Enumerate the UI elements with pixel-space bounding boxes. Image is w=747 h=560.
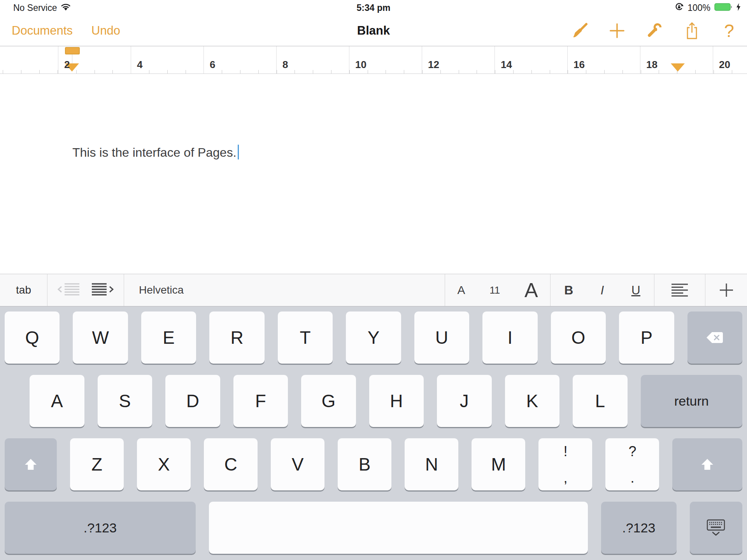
- battery-icon: [714, 3, 732, 13]
- font-size-controls: A 11 A: [445, 274, 550, 306]
- shift-left-key[interactable]: [5, 438, 57, 490]
- right-indent-marker[interactable]: [671, 63, 685, 72]
- ruler-number: 10: [355, 59, 366, 71]
- key-k[interactable]: K: [505, 375, 560, 427]
- key-label: R: [230, 327, 243, 348]
- ruler-number: 16: [573, 59, 585, 71]
- key-label: B: [359, 454, 371, 475]
- key-w[interactable]: W: [73, 312, 128, 364]
- key-l[interactable]: L: [573, 375, 628, 427]
- return-key[interactable]: return: [641, 375, 742, 427]
- ruler-number: 12: [428, 59, 439, 71]
- key-label: C: [224, 454, 237, 475]
- key-label: X: [158, 454, 170, 475]
- key-sub-label: .: [630, 471, 634, 485]
- share-button[interactable]: [683, 21, 700, 40]
- key-t[interactable]: T: [278, 312, 333, 364]
- symbols-key-right[interactable]: .?123: [601, 502, 677, 554]
- pages-app-window: No Service 5:34 pm 100%: [0, 0, 747, 560]
- first-line-indent-marker[interactable]: [65, 47, 80, 54]
- key-v[interactable]: V: [271, 438, 324, 490]
- insert-button[interactable]: [608, 21, 626, 40]
- ruler-major-tick: [640, 46, 640, 74]
- key-p[interactable]: P: [619, 312, 674, 364]
- key-o[interactable]: O: [551, 312, 606, 364]
- key-label: E: [163, 327, 175, 348]
- format-brush-button[interactable]: [571, 21, 588, 40]
- indent-controls: [47, 274, 124, 306]
- key-c[interactable]: C: [204, 438, 258, 490]
- tools-button[interactable]: [646, 21, 663, 40]
- toolbar: Documents Undo Blank: [0, 16, 747, 46]
- key-d[interactable]: D: [165, 375, 220, 427]
- key-label: .?123: [622, 520, 655, 536]
- key-n[interactable]: N: [405, 438, 458, 490]
- key-g[interactable]: G: [301, 375, 356, 427]
- shift-icon: [700, 458, 715, 471]
- decrease-font-size-button[interactable]: A: [457, 284, 465, 297]
- key-u[interactable]: U: [414, 312, 469, 364]
- outdent-button[interactable]: [57, 282, 81, 299]
- help-button[interactable]: ?: [721, 21, 738, 40]
- text-style-controls: B I U: [551, 274, 654, 306]
- key-j[interactable]: J: [437, 375, 492, 427]
- key-h[interactable]: H: [369, 375, 424, 427]
- key-i[interactable]: I: [482, 312, 537, 364]
- key-label: P: [640, 327, 652, 348]
- key-label: G: [321, 390, 335, 411]
- keyboard: QWERTYUIOPASDFGHJKLreturnZXCVBNM!,?..?12…: [0, 306, 747, 560]
- key-question-period[interactable]: ?.: [605, 438, 659, 490]
- increase-font-size-button[interactable]: A: [524, 278, 538, 302]
- document-canvas[interactable]: This is the interface of Pages.: [0, 74, 747, 274]
- key-r[interactable]: R: [209, 312, 264, 364]
- key-x[interactable]: X: [137, 438, 191, 490]
- key-z[interactable]: Z: [70, 438, 124, 490]
- italic-button[interactable]: I: [601, 283, 604, 298]
- key-a[interactable]: A: [30, 375, 84, 427]
- key-m[interactable]: M: [472, 438, 525, 490]
- rotation-lock-icon: [675, 2, 684, 14]
- format-bar: tab Helvetica A 11 A: [0, 274, 747, 306]
- indent-button[interactable]: [90, 282, 114, 299]
- key-label: !: [563, 444, 567, 458]
- ruler-major-tick: [276, 46, 277, 74]
- underline-button[interactable]: U: [631, 283, 640, 298]
- key-label: D: [186, 390, 199, 411]
- indent-icon: [90, 282, 114, 297]
- format-brush-icon: [571, 22, 588, 39]
- status-bar: No Service 5:34 pm 100%: [0, 0, 747, 16]
- alignment-button[interactable]: [654, 274, 705, 306]
- insert-object-button[interactable]: [705, 274, 747, 306]
- bold-button[interactable]: B: [564, 283, 573, 298]
- ruler-major-tick: [58, 46, 58, 74]
- key-label: N: [425, 454, 438, 475]
- key-label: J: [460, 390, 469, 411]
- key-label: A: [51, 390, 63, 411]
- key-s[interactable]: S: [98, 375, 153, 427]
- font-name-button[interactable]: Helvetica: [124, 274, 445, 306]
- indent-guide-line: [72, 53, 72, 64]
- space-key[interactable]: [209, 502, 588, 554]
- ruler-number: 8: [282, 59, 288, 71]
- backspace-key[interactable]: [687, 312, 742, 364]
- insert-icon: [609, 23, 625, 39]
- ruler-major-tick: [422, 46, 422, 74]
- key-f[interactable]: F: [233, 375, 288, 427]
- key-b[interactable]: B: [338, 438, 391, 490]
- key-exclamation-comma[interactable]: !,: [538, 438, 592, 490]
- toolbar-right: ?: [571, 16, 738, 46]
- symbols-key-left[interactable]: .?123: [5, 502, 196, 554]
- dismiss-keyboard-key[interactable]: [690, 502, 742, 554]
- key-y[interactable]: Y: [346, 312, 401, 364]
- key-label: Q: [25, 327, 39, 348]
- key-label: .?123: [84, 520, 117, 536]
- tab-button[interactable]: tab: [0, 274, 47, 306]
- ruler[interactable]: 2468101214161820: [0, 46, 747, 74]
- keyboard-row-1: QWERTYUIOP: [5, 312, 742, 364]
- ruler-number: 4: [137, 59, 142, 71]
- key-label: U: [435, 327, 448, 348]
- key-q[interactable]: Q: [5, 312, 60, 364]
- font-size-value[interactable]: 11: [489, 284, 500, 296]
- key-e[interactable]: E: [141, 312, 196, 364]
- shift-right-key[interactable]: [672, 438, 742, 490]
